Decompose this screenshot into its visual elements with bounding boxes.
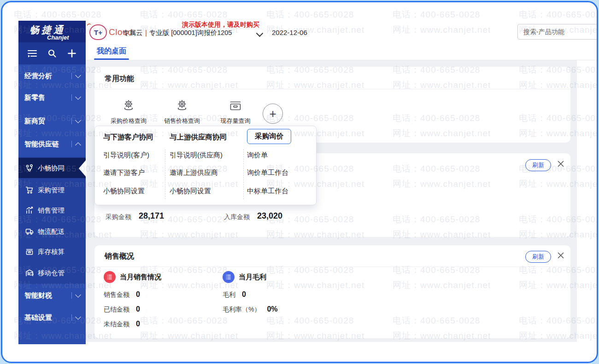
metric-value: 0: [242, 290, 246, 299]
menu-item[interactable]: 邀请上游供应商: [170, 168, 218, 177]
edition-account-label[interactable]: 专属云｜专业版 [000001]询报价1205: [123, 29, 232, 37]
sidebar-item-smart-supply-chain[interactable]: 智能供应链: [18, 134, 86, 154]
gear-icon: [175, 99, 189, 113]
collaboration-flyout-menu: 与下游客户协同 引导说明(客户) 邀请下游客户 小畅协同设置 与上游供应商协同 …: [94, 126, 317, 205]
sidebar-item-purchase-management[interactable]: 采购管理: [18, 180, 86, 200]
tab-active-underline: [94, 58, 129, 60]
metric-row: 毛利率（%） 0%: [223, 305, 278, 314]
sidebar-item-label: 经营分析: [24, 72, 52, 81]
chevron-down-icon: [75, 94, 81, 100]
menu-item[interactable]: 小畅协同设置: [170, 187, 211, 196]
sales-overview-card: 销售概况 刷新 当月销售情况 销售金额 0: [94, 245, 570, 338]
collaboration-icon: [25, 164, 34, 172]
sidebar-item-label: 小畅协同: [38, 164, 65, 173]
sidebar-item-business-analysis[interactable]: 经营分析: [18, 66, 86, 86]
plus-icon[interactable]: [66, 47, 78, 59]
sidebar-item-xiaochang-collaboration[interactable]: 小畅协同: [18, 158, 86, 178]
metric-label: 毛利: [223, 291, 235, 299]
section-title: 当月毛利: [239, 273, 266, 282]
purchase-amount-value: 28,171: [139, 211, 164, 221]
metric-label: 未结金额: [104, 320, 129, 329]
close-icon[interactable]: [557, 252, 564, 259]
quick-functions-title: 常用功能: [105, 74, 134, 84]
watermark-phone: 电话：400-665-0028: [393, 9, 480, 21]
close-icon[interactable]: [557, 160, 564, 168]
warehouse-icon: [25, 269, 34, 277]
tab-my-desktop[interactable]: 我的桌面: [97, 46, 126, 56]
menu-item[interactable]: 引导说明(供应商): [170, 151, 223, 160]
quick-actions-row: 采购价格查询 销售价格查询: [102, 99, 262, 125]
menu-item[interactable]: 引导说明(客户): [103, 151, 149, 160]
sidebar-item-label: 智能供应链: [24, 140, 59, 149]
watermark-phone: 电话：400-665-0028: [266, 9, 354, 21]
search-input[interactable]: [517, 24, 598, 40]
refresh-button[interactable]: 刷新: [525, 159, 551, 171]
watermark-phone: 电话：400-665-0028: [519, 9, 597, 21]
sidebar-item-label: 销售管理: [38, 206, 65, 215]
monthly-sales-header: 当月销售情况: [104, 271, 161, 283]
section-title: 当月销售情况: [120, 273, 161, 282]
chevron-down-icon: [75, 117, 81, 123]
divider: [165, 149, 165, 199]
watermark-phone: 电话：400-665-0028: [14, 9, 101, 21]
watermark-phone: 电话：400-665-0028: [140, 9, 228, 21]
purchase-amount-label: 采购金额: [106, 213, 131, 221]
sidebar-item-new-trade[interactable]: 新商贸: [18, 111, 86, 131]
quick-action-label: 现存量查询: [221, 117, 251, 125]
monthly-sales-section: 当月销售情况 销售金额 0 已结金额 0 未结金额 0: [104, 271, 161, 329]
sidebar-item-basic-settings[interactable]: 基础设置: [18, 307, 86, 328]
menu-item[interactable]: 邀请下游客户: [103, 168, 145, 177]
brand-name-en: Chanjet: [47, 34, 69, 41]
sidebar-item-label: 基础设置: [24, 313, 52, 322]
metric-value: 0: [136, 290, 140, 299]
monthly-gross-profit-header: 当月毛利: [223, 271, 278, 283]
sidebar-item-label: 新商贸: [24, 117, 45, 126]
sidebar-item-sales-management[interactable]: 销售管理: [18, 200, 86, 220]
menu-item[interactable]: 询价单: [247, 151, 268, 160]
refresh-button[interactable]: 刷新: [525, 251, 551, 263]
sidebar-item-mobile-warehouse[interactable]: 移动仓管: [18, 263, 86, 283]
quick-action-purchase-price[interactable]: 采购价格查询: [102, 99, 155, 125]
brand-logo: 畅捷通 Chanjet: [18, 21, 86, 42]
profit-report-icon: [223, 271, 235, 283]
inbound-amount-label: 入库金额: [224, 213, 250, 221]
sidebar-item-logistics-delivery[interactable]: 物流配送: [18, 221, 86, 242]
sales-report-icon: [104, 271, 116, 283]
chevron-down-icon: [75, 292, 81, 298]
metric-row: 未结金额 0: [104, 320, 161, 329]
metric-label: 已结金额: [104, 306, 129, 314]
chevron-down-icon: [75, 72, 81, 78]
quick-action-stock-query[interactable]: 现存量查询: [209, 99, 262, 125]
add-quick-action-button[interactable]: +: [263, 104, 283, 124]
monthly-gross-profit-section: 当月毛利 毛利 0 毛利率（%） 0%: [223, 271, 278, 314]
sales-overview-title: 销售概况: [105, 252, 134, 261]
search-icon[interactable]: [46, 47, 58, 59]
sidebar-icon-bar: [18, 42, 86, 64]
menu-item[interactable]: 中标单工作台: [247, 187, 288, 196]
metric-label: 毛利率（%）: [223, 306, 260, 314]
metric-label: 销售金额: [104, 291, 129, 299]
metric-value: 0: [136, 305, 140, 313]
menu-item[interactable]: 小畅协同设置: [103, 187, 145, 196]
account-chevron-down-icon[interactable]: [256, 30, 264, 37]
menu-item[interactable]: 询价单工作台: [247, 168, 288, 177]
collapse-menu-icon[interactable]: [26, 47, 38, 59]
sidebar-item-inventory-accounting[interactable]: 库存核算: [18, 242, 86, 262]
sidebar-item-smart-finance-tax[interactable]: 智能财税: [18, 285, 86, 306]
quick-action-label: 采购价格查询: [111, 117, 147, 125]
sidebar-item-label: 物流配送: [38, 227, 65, 236]
quick-action-sales-price[interactable]: 销售价格查询: [155, 99, 209, 125]
chart-icon: [25, 206, 34, 214]
sidebar-item-label: 库存核算: [38, 248, 65, 256]
divider: [94, 266, 570, 267]
metric-row: 已结金额 0: [104, 305, 161, 314]
app-window: 演示版本使用，请及时购买 T+ Cloud 专属云｜专业版 [000001]询报…: [1, 1, 598, 363]
flyout-column-header-highlighted[interactable]: 采购询价: [247, 129, 291, 144]
chevron-down-icon: [75, 314, 81, 320]
tab-bar: 我的桌面: [86, 42, 597, 60]
inbound-amount-value: 23,020: [257, 211, 282, 221]
sidebar-item-new-retail[interactable]: 新零售: [18, 87, 86, 108]
demo-version-notice: 演示版本使用，请及时购买: [182, 21, 259, 29]
flyout-column-header: 与下游客户协同: [103, 133, 153, 142]
cart-icon: [25, 186, 34, 194]
